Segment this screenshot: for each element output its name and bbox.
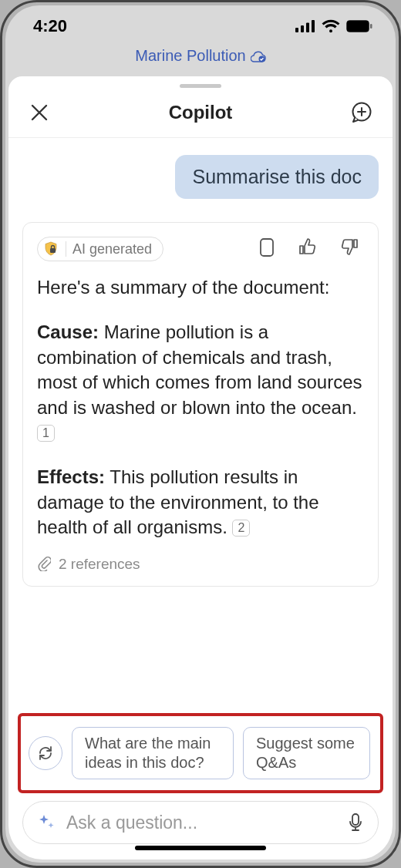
question-input[interactable]: Ask a question...: [66, 812, 336, 833]
sheet-title: Copilot: [8, 102, 393, 123]
question-input-bar[interactable]: Ask a question...: [22, 801, 379, 844]
chat-body: Summarise this doc AI generated: [8, 138, 393, 707]
svg-rect-2: [306, 23, 309, 33]
microphone-icon[interactable]: [347, 812, 364, 833]
shield-icon: [42, 241, 59, 257]
ai-generated-chip[interactable]: AI generated: [37, 237, 163, 261]
ai-section-cause: Cause: Marine pollution is a combination…: [37, 320, 364, 445]
sheet-header: Copilot: [8, 88, 393, 138]
copilot-sheet: Copilot Summarise this doc AI generated: [8, 76, 393, 860]
thumbs-up-icon: [298, 237, 318, 257]
references-label: 2 references: [59, 554, 140, 574]
thumbs-down-icon: [339, 237, 359, 257]
chat-plus-icon: [350, 101, 373, 124]
citation-badge[interactable]: 1: [37, 425, 55, 442]
svg-rect-6: [370, 24, 372, 29]
thumbs-down-button[interactable]: [339, 237, 359, 261]
close-icon: [29, 103, 49, 123]
ai-section-heading: Effects:: [37, 466, 105, 487]
suggestion-row[interactable]: What are the main ideas in this doc? Sug…: [72, 727, 372, 779]
suggestion-chip[interactable]: Suggest some Q&As: [243, 727, 370, 779]
ai-section-heading: Cause:: [37, 321, 99, 342]
cellular-icon: [295, 20, 315, 32]
battery-icon: [346, 20, 372, 32]
svg-rect-3: [312, 20, 315, 32]
cloud-sync-icon: [251, 50, 266, 62]
ai-intro: Here's a summary of the document:: [37, 275, 364, 300]
copy-button[interactable]: [258, 237, 276, 261]
thumbs-up-button[interactable]: [298, 237, 318, 261]
svg-rect-11: [352, 814, 359, 825]
user-message-bubble: Summarise this doc: [175, 155, 379, 199]
document-title[interactable]: Marine Pollution: [135, 47, 245, 65]
citation-badge[interactable]: 2: [232, 520, 250, 537]
ai-response-card: AI generated He: [22, 222, 379, 587]
wifi-icon: [322, 19, 340, 33]
svg-rect-0: [295, 28, 298, 32]
ai-actions: [258, 237, 364, 261]
svg-rect-9: [50, 248, 56, 253]
references-link[interactable]: 2 references: [37, 554, 364, 574]
svg-rect-5: [349, 22, 368, 31]
sparkle-icon: [37, 813, 56, 832]
new-chat-button[interactable]: [348, 99, 376, 126]
refresh-icon: [37, 745, 54, 762]
status-time: 4:20: [33, 16, 67, 36]
home-indicator[interactable]: [135, 846, 266, 850]
svg-rect-10: [261, 239, 273, 256]
status-indicators: [295, 19, 372, 33]
close-button[interactable]: [25, 99, 53, 126]
ai-section-effects: Effects: This pollution results in damag…: [37, 465, 364, 540]
document-title-bar: Marine Pollution: [5, 47, 396, 79]
copy-icon: [258, 237, 276, 258]
paperclip-icon: [37, 556, 51, 571]
status-bar: 4:20: [5, 5, 396, 47]
svg-rect-1: [301, 25, 304, 32]
suggestions-highlight: What are the main ideas in this doc? Sug…: [18, 713, 383, 793]
suggestion-chip[interactable]: What are the main ideas in this doc?: [72, 727, 234, 779]
ai-chip-label: AI generated: [72, 241, 152, 257]
refresh-suggestions-button[interactable]: [29, 736, 62, 770]
ai-text: Here's a summary of the document: Cause:…: [37, 275, 364, 574]
